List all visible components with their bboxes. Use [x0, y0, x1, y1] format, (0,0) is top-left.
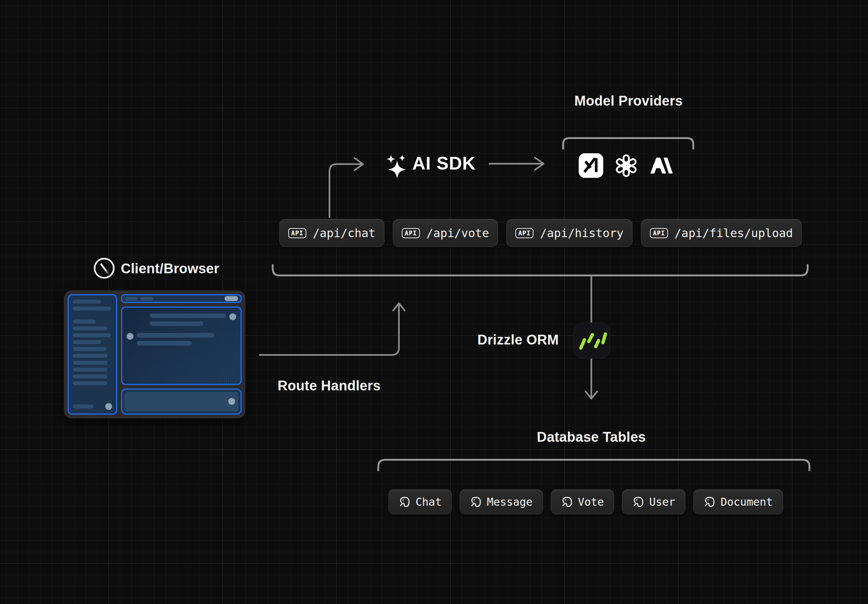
avatar — [127, 333, 133, 340]
drizzle-orm-label: Drizzle ORM — [450, 332, 559, 348]
sidebar-skeleton-bar — [73, 374, 107, 378]
sidebar-skeleton-bar — [73, 382, 107, 385]
database-tables-row: Chat Message Vote User Document — [388, 490, 783, 514]
sidebar-skeleton-bar — [73, 340, 101, 344]
database-tables-label: Database Tables — [528, 429, 655, 445]
topbar-pill — [140, 297, 153, 301]
api-badge-icon: API — [515, 228, 533, 238]
postgres-table-icon — [632, 496, 644, 508]
arrow-to-ai-sdk — [330, 158, 363, 217]
table-name: User — [649, 496, 675, 508]
postgres-table-icon — [704, 496, 715, 508]
arrow-ai-sdk-to-providers — [489, 158, 544, 170]
model-providers-label: Model Providers — [556, 93, 701, 109]
postgres-table-icon — [561, 496, 573, 508]
api-route-path: /api/history — [540, 226, 623, 240]
database-table-chip: User — [622, 490, 685, 514]
drizzle-logo-icon — [574, 323, 610, 358]
api-route-chip: API/api/files/upload — [641, 219, 802, 247]
browser-input-skeleton — [121, 389, 242, 415]
avatar — [105, 403, 112, 410]
api-route-path: /api/chat — [313, 226, 375, 240]
browser-chat-skeleton — [121, 306, 242, 385]
sidebar-skeleton-bar — [73, 300, 101, 304]
xai-logo-icon — [579, 153, 603, 178]
database-table-chip: Message — [460, 490, 542, 514]
avatar — [229, 314, 236, 320]
sidebar-skeleton-bar — [73, 361, 107, 365]
send-button-skeleton — [228, 398, 235, 405]
browser-sidebar-skeleton — [68, 294, 117, 415]
api-badge-icon: API — [402, 228, 420, 238]
postgres-table-icon — [470, 496, 482, 508]
sidebar-user-row — [73, 403, 112, 410]
chat-message-skeleton — [150, 314, 236, 326]
sparkles-icon — [383, 152, 410, 180]
sidebar-skeleton-bar — [73, 306, 111, 310]
chat-message-skeleton — [127, 333, 214, 346]
arrow-route-handlers — [260, 303, 405, 355]
client-browser-label: Client/Browser — [121, 261, 219, 277]
table-name: Chat — [415, 496, 442, 508]
sidebar-gap — [73, 314, 112, 320]
sidebar-skeleton-bar — [73, 320, 96, 323]
openai-logo-icon — [615, 154, 638, 179]
api-badge-icon: API — [650, 228, 668, 238]
ai-sdk-label: AI SDK — [412, 153, 476, 174]
bracket-api-routes — [273, 265, 808, 275]
sidebar-skeleton-bar — [73, 354, 107, 358]
database-table-chip: Document — [693, 490, 783, 514]
api-route-chip: API/api/vote — [393, 219, 498, 247]
nextjs-logo-icon — [93, 257, 115, 281]
postgres-table-icon — [398, 496, 411, 508]
topbar-action-pill — [225, 296, 238, 301]
sidebar-skeleton-bar — [73, 347, 107, 351]
sidebar-skeleton-bar — [73, 405, 94, 408]
sidebar-skeleton-bar — [73, 326, 107, 331]
route-handlers-label: Route Handlers — [266, 378, 392, 394]
api-route-chip: API/api/chat — [279, 219, 384, 247]
bracket-database-tables — [378, 460, 809, 470]
anthropic-logo-icon — [650, 158, 673, 175]
api-badge-icon: API — [288, 228, 306, 238]
table-name: Document — [721, 496, 773, 508]
topbar-pill — [125, 297, 138, 301]
browser-mockup — [64, 290, 245, 418]
table-name: Vote — [578, 496, 604, 508]
diagram-canvas: Model Providers AI SDK API/api/chatAPI/a… — [0, 0, 868, 604]
api-route-path: /api/vote — [426, 226, 489, 240]
sidebar-skeleton-bar — [73, 333, 111, 337]
sidebar-skeleton-bar — [73, 368, 107, 372]
database-table-chip: Vote — [551, 490, 614, 514]
api-route-path: /api/files/upload — [674, 226, 793, 240]
api-routes-row: API/api/chatAPI/api/voteAPI/api/historyA… — [279, 219, 802, 247]
bracket-model-providers — [563, 138, 693, 148]
browser-topbar-skeleton — [121, 294, 242, 303]
database-table-chip: Chat — [388, 490, 452, 514]
api-route-chip: API/api/history — [506, 219, 632, 247]
table-name: Message — [487, 496, 532, 508]
